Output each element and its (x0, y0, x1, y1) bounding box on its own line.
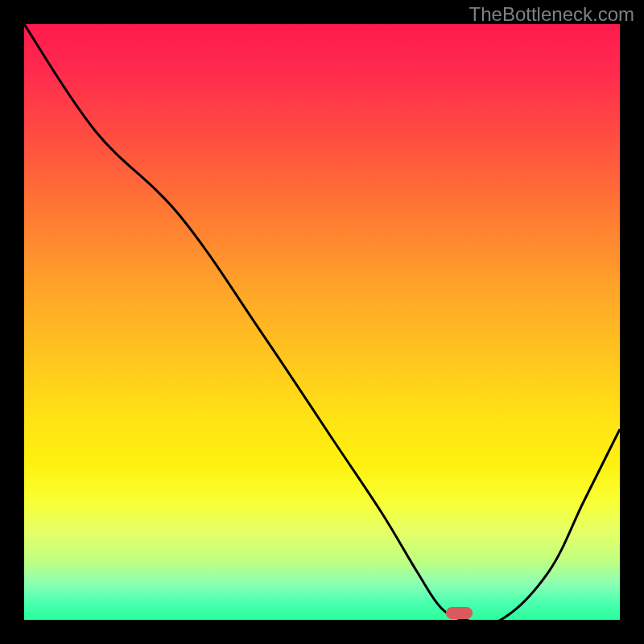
bottleneck-curve (24, 24, 620, 620)
curve-path (24, 24, 620, 620)
chart-plot-area (24, 24, 620, 620)
watermark-text: TheBottleneck.com (469, 3, 634, 26)
optimal-marker (446, 607, 473, 619)
